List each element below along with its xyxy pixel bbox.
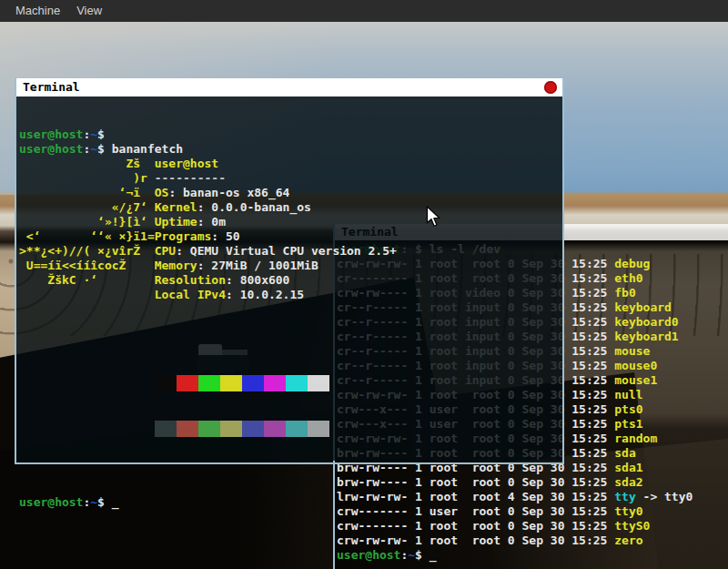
terminal-line: «/¿7‘ Kernel: 0.0.0-banan_os xyxy=(19,200,562,215)
terminal-line: ‘¬ï OS: banan-os x86_64 xyxy=(19,186,562,200)
terminal-line: )r ---------- xyxy=(19,171,562,186)
palette-block xyxy=(308,421,329,437)
terminal-line: U==íï<<ííîcocŽ Memory: 27MiB / 1001MiB xyxy=(19,259,562,273)
palette-block xyxy=(286,421,308,437)
terminal-line: >**¿<+)//( ×¿vîrŽ CPU: QEMU Virtual CPU … xyxy=(19,244,562,259)
mouse-cursor-icon xyxy=(426,206,440,231)
palette-block xyxy=(308,375,329,391)
shell-prompt: user@host:~$ _ xyxy=(337,548,728,563)
terminal-line: Zš user@host xyxy=(19,157,562,171)
palette-block xyxy=(220,375,242,391)
terminal1-title: Terminal xyxy=(23,80,80,94)
terminal-line: user@host:~$ bananfetch xyxy=(19,142,562,157)
palette-block xyxy=(242,375,264,391)
terminal-line: user@host:~$ xyxy=(19,127,562,142)
palette-block xyxy=(264,375,286,391)
menu-item-view[interactable]: View xyxy=(68,0,110,22)
terminal-line: Local IPv4: 10.0.2.15 xyxy=(19,288,562,302)
terminal1-content[interactable]: user@host:~$ user@host:~$ bananfetch Zš … xyxy=(16,97,562,461)
palette-block xyxy=(177,421,198,437)
palette-block xyxy=(155,421,177,437)
palette-block xyxy=(198,421,220,437)
ansi-color-palette xyxy=(155,346,562,466)
palette-block xyxy=(155,375,177,391)
palette-block xyxy=(198,375,220,391)
terminal-line: <‘ ‘‘« ×}ï1=Programs: 50 xyxy=(19,229,562,244)
shell-prompt: user@host:~$ _ xyxy=(19,495,562,510)
close-button[interactable] xyxy=(544,81,557,94)
terminal-window-bananfetch[interactable]: Terminal user@host:~$ user@host:~$ banan… xyxy=(15,78,564,464)
terminal-line: ŽškC ·‘ Resolution: 800x600 xyxy=(19,273,562,288)
palette-block xyxy=(286,375,308,391)
terminal-line: ‘»!}[ì‘ Uptime: 0m xyxy=(19,215,562,229)
vm-menu-bar: MachineView xyxy=(0,0,728,22)
terminal1-titlebar[interactable]: Terminal xyxy=(16,78,562,97)
vm-screen: MachineView Terminal user@host:~$ ls -l … xyxy=(0,0,728,569)
menu-item-machine[interactable]: Machine xyxy=(7,0,68,22)
palette-block xyxy=(220,421,242,437)
palette-block xyxy=(242,421,264,437)
palette-block xyxy=(177,375,198,391)
terminal-line xyxy=(19,302,562,317)
palette-block xyxy=(264,421,286,437)
